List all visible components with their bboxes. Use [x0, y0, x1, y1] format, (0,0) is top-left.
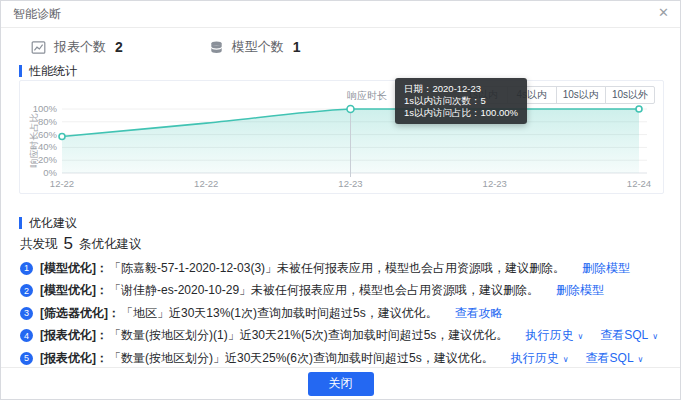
dialog-footer: 关闭 [1, 367, 680, 399]
chevron-down-icon: ∨ [563, 355, 569, 364]
suggestion-text: 「数量(按地区划分)(1)」近30天21%(5次)查询加载时间超过5s，建议优化… [109, 327, 508, 344]
stat-model-count: 模型个数 1 [209, 38, 301, 56]
suggestion-category: [报表优化]： [40, 350, 108, 367]
suggestion-link[interactable]: 删除模型 [582, 261, 630, 275]
suggestion-category: [模型优化]： [40, 260, 108, 277]
svg-text:12-22: 12-22 [194, 178, 218, 189]
suggestion-link[interactable]: 查看攻略 [455, 306, 503, 320]
suggestion-links: 查看攻略 [438, 305, 503, 322]
chevron-down-icon: ∨ [638, 355, 644, 364]
chart-tooltip: 日期：2020-12-23 1s以内访问次数：5 1s以内访问占比：100.00… [395, 78, 527, 124]
summary-count: 5 [64, 234, 73, 254]
suggestion-text: 「陈嘉毅-57-1-2020-12-03(3)」未被任何报表应用，模型也会占用资… [109, 260, 565, 277]
suggestion-number-badge: 1 [20, 262, 33, 275]
intelligent-diagnosis-dialog: 智能诊断 ✕ 报表个数 2 模型个数 1 性能统计 响应时长 1s以内4s以内1… [0, 0, 681, 400]
performance-area-chart[interactable]: 0%20%40%60%80%100%12-2212-2212-2312-2312… [20, 81, 665, 195]
suggestion-links: 删除模型 [565, 260, 630, 277]
stat-label: 模型个数 [232, 38, 284, 56]
svg-text:80%: 80% [38, 116, 58, 127]
suggestion-number-badge: 2 [20, 284, 33, 297]
chevron-down-icon: ∨ [577, 332, 583, 341]
suggestion-number-badge: 4 [20, 329, 33, 342]
suggestion-item: 1 [模型优化]： 「陈嘉毅-57-1-2020-12-03(3)」未被任何报表… [20, 257, 670, 280]
section-title-performance: 性能统计 [19, 65, 77, 77]
tooltip-ratio: 1s以内访问占比：100.00% [404, 107, 518, 119]
stats-row: 报表个数 2 模型个数 1 [31, 38, 301, 56]
suggestion-category: [筛选器优化]： [40, 305, 120, 322]
suggestion-item: 3 [筛选器优化]： 「地区」近30天13%(1次)查询加载时间超过5s，建议优… [20, 302, 670, 325]
summary-suffix: 条优化建议 [79, 236, 142, 253]
suggestion-links: 删除模型 [539, 282, 604, 299]
svg-text:20%: 20% [38, 154, 58, 165]
suggestion-links: 执行历史∨查看SQL∨ [508, 327, 658, 344]
suggestion-text: 「谢佳静-es-2020-10-29」未被任何报表应用，模型也会占用资源哦，建议… [109, 282, 539, 299]
suggestions-summary: 共发现 5 条优化建议 [20, 234, 141, 254]
suggestion-link[interactable]: 执行历史∨ [511, 351, 569, 365]
tooltip-date: 日期：2020-12-23 [404, 83, 518, 95]
suggestion-category: [模型优化]： [40, 282, 108, 299]
suggestion-text: 「地区」近30天13%(1次)查询加载时间超过5s，建议优化。 [121, 305, 438, 322]
svg-text:12-23: 12-23 [338, 178, 362, 189]
tooltip-visits: 1s以内访问次数：5 [404, 95, 518, 107]
svg-text:12-22: 12-22 [50, 178, 74, 189]
chevron-down-icon: ∨ [652, 332, 658, 341]
svg-text:60%: 60% [38, 129, 58, 140]
stat-value: 2 [115, 39, 123, 55]
suggestion-number-badge: 3 [20, 307, 33, 320]
suggestion-text: 「数量(按地区划分)」近30天25%(6次)查询加载时间超过5s，建议优化。 [109, 350, 494, 367]
svg-text:40%: 40% [38, 141, 58, 152]
suggestion-number-badge: 5 [20, 352, 33, 365]
suggestion-category: [报表优化]： [40, 327, 108, 344]
suggestion-link[interactable]: 查看SQL∨ [586, 351, 644, 365]
suggestion-links: 执行历史∨查看SQL∨ [494, 350, 644, 367]
suggestion-item: 2 [模型优化]： 「谢佳静-es-2020-10-29」未被任何报表应用，模型… [20, 280, 670, 303]
dialog-header: 智能诊断 [1, 1, 680, 28]
suggestion-link[interactable]: 删除模型 [556, 283, 604, 297]
stat-label: 报表个数 [54, 38, 106, 56]
suggestion-link[interactable]: 查看SQL∨ [600, 328, 658, 342]
suggestion-list: 1 [模型优化]： 「陈嘉毅-57-1-2020-12-03(3)」未被任何报表… [20, 257, 670, 370]
dialog-title: 智能诊断 [13, 6, 61, 23]
stat-report-count: 报表个数 2 [31, 38, 123, 56]
close-button[interactable]: 关闭 [308, 372, 374, 396]
section-title-suggestions: 优化建议 [19, 217, 77, 229]
svg-text:0%: 0% [43, 167, 57, 178]
suggestion-item: 4 [报表优化]： 「数量(按地区划分)(1)」近30天21%(5次)查询加载时… [20, 325, 670, 348]
suggestion-link[interactable]: 执行历史∨ [525, 328, 583, 342]
svg-text:12-23: 12-23 [483, 178, 507, 189]
close-icon[interactable]: ✕ [658, 6, 669, 19]
stat-value: 1 [293, 39, 301, 55]
summary-prefix: 共发现 [20, 236, 58, 253]
svg-text:100%: 100% [33, 103, 58, 114]
model-database-icon [209, 40, 224, 55]
performance-chart-card: 响应时长 1s以内4s以内10s以内10s以外 响应时长占比 0%20%40%6… [19, 80, 664, 194]
svg-text:12-24: 12-24 [627, 178, 651, 189]
report-chart-icon [31, 40, 46, 55]
